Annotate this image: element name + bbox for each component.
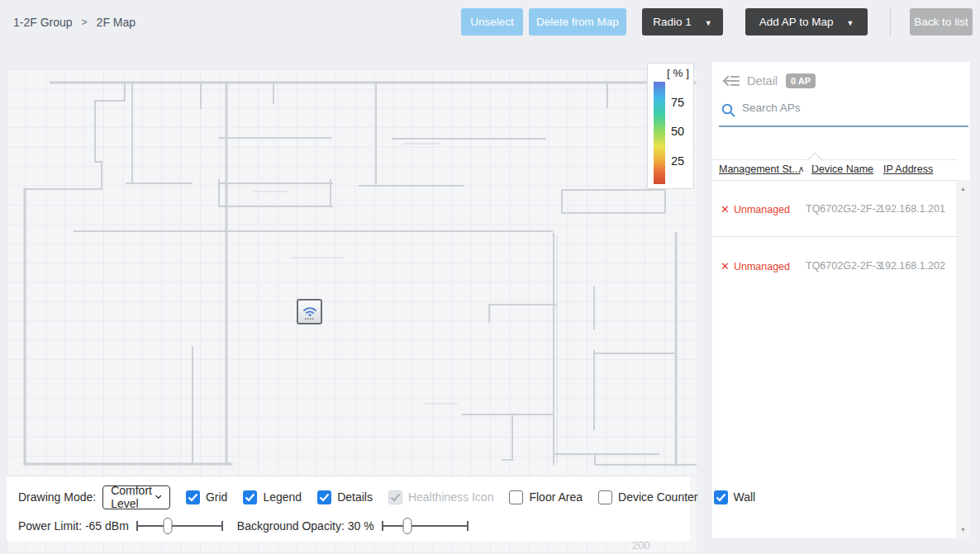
ap-detail-panel: Detail 0 AP Management St... ∧ Device Na… <box>712 62 970 538</box>
checkbox-checked-icon <box>186 490 200 504</box>
slider-track <box>382 525 469 527</box>
map-control-bar: Drawing Mode: Comfort Level Grid Legend … <box>7 477 690 541</box>
drawing-mode-value: Comfort Level <box>111 484 155 510</box>
slider-track-end <box>467 521 469 531</box>
legend-tick-75: 75 <box>671 96 684 109</box>
checkbox-checked-icon <box>714 490 728 504</box>
legend-tick-50: 50 <box>671 125 684 138</box>
unmanaged-x-icon: ✕ <box>721 260 730 272</box>
power-limit-label: Power Limit: -65 dBm <box>18 519 129 533</box>
breadcrumb: 1-2F Group > 2F Map <box>13 16 136 29</box>
slider-track <box>136 525 223 527</box>
ip-address-cell: 192.168.1.202 <box>879 260 945 272</box>
detail-panel-title: Detail <box>747 74 778 88</box>
checkbox-wall[interactable]: Wall <box>714 490 756 504</box>
checkbox-legend[interactable]: Legend <box>243 490 302 504</box>
search-aps-input[interactable] <box>742 102 953 114</box>
management-status-cell: ✕ Unmanaged <box>721 203 790 215</box>
checkbox-healthiness-icon: Healthiness Icon <box>388 490 494 504</box>
legend-title: [ % ] <box>667 67 689 79</box>
ap-table-row[interactable]: ✕ Unmanaged TQ6702G2-2F-2 192.168.1.201 <box>712 181 957 237</box>
caret-down-icon: ▼ <box>705 19 712 27</box>
power-limit-slider[interactable] <box>136 517 223 535</box>
breadcrumb-group-link[interactable]: 1-2F Group <box>13 16 73 29</box>
ip-address-cell: 192.168.1.201 <box>879 203 945 215</box>
background-opacity-slider-thumb[interactable] <box>403 518 412 534</box>
drawing-mode-select[interactable]: Comfort Level <box>102 485 170 509</box>
checkbox-wall-label: Wall <box>734 490 756 504</box>
slider-track-end <box>221 521 223 531</box>
checkbox-healthiness-label: Healthiness Icon <box>408 490 494 504</box>
ap-count-badge: 0 AP <box>786 73 816 88</box>
search-icon <box>721 103 735 117</box>
unmanaged-x-icon: ✕ <box>721 203 730 215</box>
add-ap-to-map-dropdown[interactable]: Add AP to Map ▼ <box>745 8 868 36</box>
legend-box: [ % ] 75 50 25 <box>647 63 694 189</box>
management-status-cell: ✕ Unmanaged <box>721 260 790 272</box>
checkbox-unchecked-icon <box>509 490 523 504</box>
breadcrumb-current-page: 2F Map <box>97 16 136 29</box>
background-opacity-label: Background Opacity: 30 % <box>237 519 374 533</box>
search-underline <box>719 125 968 127</box>
checkbox-disabled-checked-icon <box>388 490 402 504</box>
floor-plan-scale-text: 200 <box>632 539 650 552</box>
checkbox-unchecked-icon <box>598 490 612 504</box>
checkbox-grid[interactable]: Grid <box>186 490 227 504</box>
checkbox-device-counter-label: Device Counter <box>618 490 698 504</box>
device-name-cell: TQ6702G2-2F-3 <box>806 260 882 272</box>
checkbox-checked-icon <box>317 490 331 504</box>
scrollbar-down-icon[interactable]: ▼ <box>956 527 970 533</box>
detail-panel-header: Detail 0 AP <box>721 73 816 88</box>
add-ap-dropdown-label: Add AP to Map <box>759 16 834 28</box>
radio-dropdown[interactable]: Radio 1 ▼ <box>642 8 723 36</box>
status-text: Unmanaged <box>734 261 790 272</box>
panel-divider <box>712 159 957 160</box>
chevron-down-icon <box>155 494 161 500</box>
background-opacity-slider[interactable] <box>382 517 469 535</box>
checkbox-grid-label: Grid <box>206 490 227 504</box>
caret-down-icon: ▼ <box>846 19 854 27</box>
checkbox-details[interactable]: Details <box>317 490 373 504</box>
radio-dropdown-label: Radio 1 <box>653 16 692 28</box>
wifi-icon <box>301 303 319 321</box>
column-header-device-name[interactable]: Device Name <box>811 163 873 175</box>
device-name-cell: TQ6702G2-2F-2 <box>806 203 882 215</box>
checkbox-checked-icon <box>243 490 257 504</box>
scrollbar-up-icon[interactable]: ▲ <box>956 186 970 192</box>
sort-ascending-icon: ∧ <box>798 164 804 173</box>
back-to-list-button[interactable]: Back to list <box>910 8 973 36</box>
checkbox-floor-area-label: Floor Area <box>529 490 583 504</box>
checkbox-floor-area[interactable]: Floor Area <box>509 490 583 504</box>
legend-tick-25: 25 <box>671 154 684 168</box>
checkbox-details-label: Details <box>337 490 373 504</box>
unselect-button[interactable]: Unselect <box>461 8 523 36</box>
table-scrollbar[interactable]: ▲ ▼ <box>956 180 970 538</box>
checkbox-device-counter[interactable]: Device Counter <box>598 490 698 504</box>
status-text: Unmanaged <box>734 204 790 215</box>
checkbox-legend-label: Legend <box>263 490 302 504</box>
ap-device-icon[interactable] <box>297 299 322 324</box>
breadcrumb-separator: > <box>82 17 88 28</box>
delete-from-map-button[interactable]: Delete from Map <box>529 8 626 36</box>
ap-table-row[interactable]: ✕ Unmanaged TQ6702G2-2F-3 192.168.1.202 <box>712 238 957 294</box>
column-header-ip-address[interactable]: IP Address <box>883 163 933 175</box>
power-limit-slider-thumb[interactable] <box>163 518 172 534</box>
legend-gradient-bar <box>654 82 665 184</box>
column-header-management-status[interactable]: Management St... <box>719 163 801 175</box>
collapse-detail-icon[interactable] <box>721 74 740 88</box>
toolbar-divider <box>890 7 891 36</box>
drawing-mode-label: Drawing Mode: <box>18 490 96 504</box>
